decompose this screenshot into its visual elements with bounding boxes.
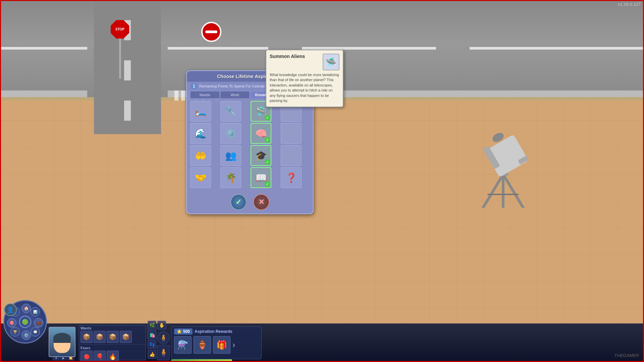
grid-icon-0-2: 🛸 [255,106,267,117]
grid-icon-0-1: 🔧 [225,106,237,117]
grid-cell-1-3[interactable] [281,123,302,144]
grid-cell-1-2[interactable]: 🧠 ✓ [251,123,271,144]
sim-avatar-area [49,327,75,357]
grid-icon-3-2: 📖 [255,172,267,183]
telescope [470,114,537,208]
watermark: THEGAMER [614,353,639,358]
tab-needs[interactable]: Needs [190,91,220,98]
dialog-footer: ✓ ✕ [187,191,313,214]
fears-icons-row: 🔴 🎈 🔥 [80,351,144,362]
sim-figure-area: 🧍 🧍 [157,331,170,360]
tooltip-text: What knowledge could be more tantalizing… [270,72,339,103]
action-btn-1[interactable]: ✋ [157,321,166,329]
grid-icon-2-0: 🤲 [195,150,207,161]
fears-label: Fears [80,346,144,350]
mood-btn-row-0: 🌿 ✋ [148,321,166,329]
grid-cell-3-3[interactable]: ❓ [281,167,302,188]
mood-progress-bar [171,359,232,361]
tab-work[interactable]: Work [220,91,250,98]
want-icon-2[interactable]: 📦 [107,331,119,343]
rewards-next-arrow[interactable]: › [232,340,235,350]
action-btn-2[interactable]: 🛍️ [148,330,156,339]
check-0-2: ✓ [265,115,270,120]
aspiration-rewards-panel: ⭐ 500 Aspiration Rewards ⚗️ 🏺 🎁 › [171,326,262,359]
sim-figure-icon[interactable]: 🧍 [157,331,170,344]
grid-cell-3-2[interactable]: 📖 ✓ [251,167,271,188]
wants-section: Wants 📦 📦 📦 📦 [79,325,146,344]
nav-btn-right[interactable]: 💼 [34,318,43,327]
wants-icons-row: 📦 📦 📦 📦 [80,331,144,343]
wants-fears-panel: Wants 📦 📦 📦 📦 Fears 🔴 🎈 🔥 [79,325,146,360]
grid-icon-3-1: 🌴 [225,172,237,183]
grid-cell-1-1[interactable]: ⚙️ [220,123,241,144]
asp-header: ⭐ 500 Aspiration Rewards [174,328,259,335]
fear-icon-2[interactable]: 🔥 [107,351,119,362]
ground-area [0,101,644,362]
reward-icon-1[interactable]: 🏺 [194,336,211,354]
fear-icon-0[interactable]: 🔴 [80,351,93,362]
want-icon-1[interactable]: 📦 [94,331,106,343]
stop-sign: STOP [111,20,129,79]
svg-line-2 [503,174,523,208]
grid-cell-2-2[interactable]: 🎓 ✓ [251,145,271,166]
grid-cell-2-1[interactable]: 👥 [220,145,241,166]
want-icon-3[interactable]: 📦 [120,331,132,343]
asp-title: Aspiration Rewards [195,329,232,334]
sim-portrait-small[interactable]: 👤 [4,303,17,316]
action-btn-0[interactable]: 🌿 [148,321,156,329]
grid-cell-0-0[interactable]: 🛏️ [190,101,211,122]
check-2-2: ✓ [265,159,270,165]
grid-icon-3-0: 🤝 [195,172,207,183]
tooltip-header: Summon Aliens 🛸 [270,54,339,70]
asp-rewards-row: ⚗️ 🏺 🎁 › [174,336,259,354]
fear-icon-1[interactable]: 🎈 [94,351,106,362]
nav-center-btn[interactable]: 🟢 [19,316,31,328]
grid-cell-3-0[interactable]: 🤝 [190,167,211,188]
no-entry-bar [205,31,217,33]
tooltip-title: Summon Aliens [270,54,320,59]
mood-progress-bar-area [171,359,258,361]
reward-icon-2[interactable]: 🎁 [213,336,230,354]
nav-btn-topright[interactable]: 📊 [31,307,40,316]
sim-hair [53,333,71,343]
stop-sign-pole [119,39,121,79]
grid-icon-3-3: ❓ [285,172,297,183]
grid-icon-1-2: 🧠 [255,128,267,139]
bottom-hud: 🏠 💼 ⚙️ 🎯 🟢 👤 📊 🏆 💬 👤 Mon 11:59 [0,323,644,362]
tooltip-icon: 🛸 [323,54,339,70]
grid-cell-1-0[interactable]: 🌊 [190,123,211,144]
check-1-2: ✓ [265,137,270,142]
grid-cell-2-0[interactable]: 🤲 [190,145,211,166]
asp-points-badge: ⭐ 500 [174,328,193,335]
confirm-button[interactable]: ✓ [230,194,247,210]
nav-btn-bottomright[interactable]: 💬 [31,327,40,337]
wf-divider [79,344,146,345]
grid-cell-3-1[interactable]: 🌴 [220,167,241,188]
cancel-button[interactable]: ✕ [253,194,269,210]
points-label: Remaining Points To Spend For Celeste Ro [199,84,271,88]
svg-line-0 [483,174,503,208]
points-badge: 1 [191,83,197,89]
action-btn-4[interactable]: 👍 [148,350,156,359]
no-entry-sign [201,22,221,42]
grid-cell-2-3[interactable] [281,145,302,166]
fears-section: Fears 🔴 🎈 🔥 [79,345,146,362]
sim-portrait[interactable] [49,327,75,357]
wants-label: Wants [80,326,144,330]
nav-btn-bottom[interactable]: ⚙️ [21,330,31,340]
grid-icon-2-1: 👥 [225,150,237,161]
grid-cell-0-1[interactable]: 🔧 [220,101,241,122]
nav-btn-left[interactable]: 🎯 [7,318,16,327]
grid-icon-1-0: 🌊 [195,128,207,139]
aspiration-grid: 🛏️ 🔧 🛸 ✓ 🌊 ⚙️ 🧠 ✓ 🤲 👥 🎓 ✓ [187,98,313,191]
action-btn-3[interactable]: 👣 [148,340,156,349]
grid-icon-1-1: ⚙️ [225,128,237,139]
nav-btn-bottomleft[interactable]: 🏆 [10,327,20,337]
sim-figure-body[interactable]: 🧍 [157,345,170,360]
want-icon-0[interactable]: 📦 [80,331,93,343]
nav-btn-top[interactable]: 🏠 [21,304,31,313]
grid-icon-0-0: 🛏️ [195,106,207,117]
tooltip-box: Summon Aliens 🛸 What knowledge could be … [266,50,343,107]
check-3-2: ✓ [265,181,270,187]
reward-icon-0[interactable]: ⚗️ [174,336,192,354]
